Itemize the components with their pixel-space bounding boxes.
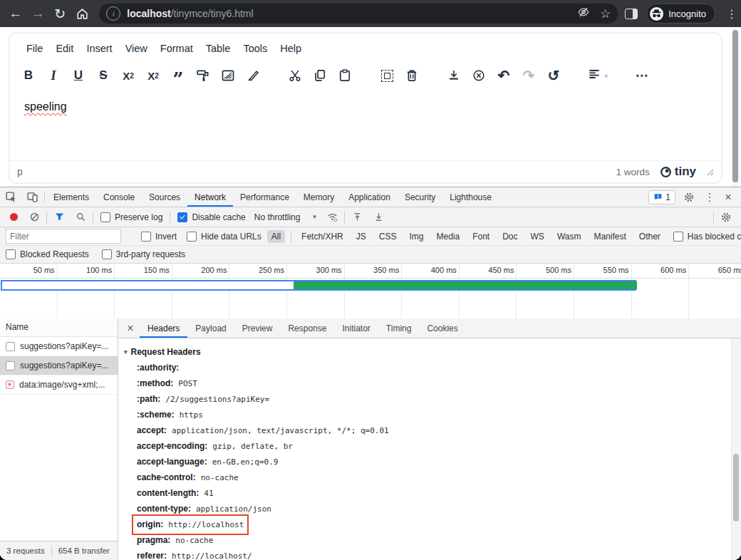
request-headers-section[interactable]: ▾ Request Headers <box>124 344 741 360</box>
filter-type-css[interactable]: CSS <box>375 230 401 243</box>
menu-file[interactable]: File <box>20 40 49 57</box>
trash-icon[interactable] <box>403 67 420 84</box>
url-text[interactable]: localhost/tinymce/tiny6.html <box>127 8 577 19</box>
menu-edit[interactable]: Edit <box>49 40 80 57</box>
redo-icon[interactable]: ↷ <box>520 67 537 84</box>
tab-performance[interactable]: Performance <box>233 188 296 207</box>
filter-type-media[interactable]: Media <box>432 230 464 243</box>
misspelled-word[interactable]: speeling <box>24 100 67 113</box>
paint-roller-icon[interactable] <box>195 67 212 84</box>
forward-icon[interactable]: → <box>26 4 48 24</box>
devtools-close-icon[interactable]: × <box>720 191 737 204</box>
blocked-requests-checkbox[interactable] <box>6 249 16 259</box>
headers-scrollbar[interactable] <box>731 338 741 560</box>
throttling-dropdown[interactable]: No throttling ▼ <box>254 212 318 222</box>
has-blocked-cookies-toggle[interactable]: Has blocked cookies <box>673 232 741 242</box>
import-har-icon[interactable] <box>346 208 368 227</box>
detail-tab-preview[interactable]: Preview <box>234 319 281 338</box>
copy-icon[interactable] <box>311 67 328 84</box>
network-search-icon[interactable] <box>70 208 91 227</box>
page-scrollbar[interactable] <box>732 30 739 209</box>
tab-security[interactable]: Security <box>398 188 442 207</box>
tab-application[interactable]: Application <box>341 188 398 207</box>
hide-data-urls-toggle[interactable]: Hide data URLs <box>187 232 261 242</box>
tab-sources[interactable]: Sources <box>142 188 187 207</box>
has-blocked-cookies-checkbox[interactable] <box>673 232 683 242</box>
menu-help[interactable]: Help <box>274 40 308 57</box>
site-info-icon[interactable]: i <box>106 6 120 21</box>
strikethrough-icon[interactable]: S <box>95 67 112 84</box>
menu-view[interactable]: View <box>119 40 154 57</box>
tab-console[interactable]: Console <box>96 188 142 207</box>
cancel-circle-icon[interactable] <box>470 67 487 84</box>
browser-menu-icon[interactable]: ⋮ <box>722 7 741 21</box>
detail-tab-headers[interactable]: Headers <box>140 319 187 338</box>
menu-table[interactable]: Table <box>200 40 237 57</box>
headers-scrollbar-thumb[interactable] <box>733 454 739 522</box>
italic-icon[interactable]: I <box>45 67 62 84</box>
filter-type-doc[interactable]: Doc <box>498 230 522 243</box>
filter-type-js[interactable]: JS <box>352 230 370 243</box>
filter-funnel-icon[interactable] <box>48 208 70 227</box>
filter-type-ws[interactable]: WS <box>527 230 549 243</box>
filter-input[interactable] <box>6 229 121 244</box>
hide-data-urls-checkbox[interactable] <box>187 232 197 242</box>
device-toolbar-icon[interactable] <box>21 188 43 207</box>
clear-icon[interactable] <box>24 208 45 227</box>
network-conditions-icon[interactable] <box>321 208 343 227</box>
bold-icon[interactable]: B <box>20 67 37 84</box>
superscript-icon[interactable]: X2 <box>145 67 162 84</box>
incognito-badge[interactable]: Incognito <box>646 4 715 24</box>
filter-type-other[interactable]: Other <box>635 230 665 243</box>
side-panel-icon[interactable] <box>625 9 638 19</box>
underline-icon[interactable]: U <box>70 67 87 84</box>
restore-draft-icon[interactable]: ↺ <box>545 67 562 84</box>
home-icon[interactable] <box>71 4 93 24</box>
network-overview[interactable]: 50 ms 100 ms 150 ms 200 ms 250 ms 300 ms… <box>0 264 741 321</box>
detail-tab-cookies[interactable]: Cookies <box>419 319 465 338</box>
element-path[interactable]: p <box>17 166 23 177</box>
editor-content[interactable]: speeling <box>10 90 721 165</box>
filter-type-wasm[interactable]: Wasm <box>553 230 586 243</box>
more-toolbar-icon[interactable]: ⋯ <box>633 67 651 84</box>
tiny-brand[interactable]: tiny <box>660 165 696 179</box>
back-icon[interactable]: ← <box>4 4 26 24</box>
resize-grip-icon[interactable] <box>706 168 714 176</box>
align-dropdown[interactable]: ∨ <box>587 67 608 84</box>
address-bar[interactable]: i localhost/tinymce/tiny6.html ☆ <box>99 4 618 24</box>
tab-network[interactable]: Network <box>187 188 233 207</box>
menu-format[interactable]: Format <box>154 40 200 57</box>
filter-type-all[interactable]: All <box>267 230 285 243</box>
cut-icon[interactable] <box>286 67 304 84</box>
preserve-log-toggle[interactable]: Preserve log <box>100 212 162 222</box>
disable-cache-checkbox[interactable] <box>177 212 187 222</box>
filter-type-fetchxhr[interactable]: Fetch/XHR <box>297 230 348 243</box>
marker-pen-icon[interactable] <box>244 67 261 84</box>
download-icon[interactable] <box>445 67 462 84</box>
name-column-header[interactable]: Name <box>0 318 118 337</box>
paste-icon[interactable] <box>336 67 353 84</box>
inspect-element-icon[interactable] <box>0 188 21 207</box>
disable-cache-toggle[interactable]: Disable cache <box>177 212 245 222</box>
filter-type-manifest[interactable]: Manifest <box>589 230 630 243</box>
third-party-checkbox[interactable] <box>102 249 112 259</box>
record-icon[interactable] <box>10 213 18 221</box>
tab-elements[interactable]: Elements <box>46 188 96 207</box>
menu-tools[interactable]: Tools <box>237 40 274 57</box>
subscript-icon[interactable]: X2 <box>120 67 137 84</box>
word-count[interactable]: 1 words <box>616 167 649 177</box>
request-row[interactable]: suggestions?apiKey=... <box>0 337 118 356</box>
invert-toggle[interactable]: Invert <box>141 232 177 242</box>
export-har-icon[interactable] <box>368 208 389 227</box>
blockquote-icon[interactable]: ” <box>170 63 187 88</box>
detail-tab-response[interactable]: Response <box>280 319 334 338</box>
invert-checkbox[interactable] <box>141 232 151 242</box>
third-party-toggle[interactable]: 3rd-party requests <box>102 249 185 259</box>
undo-icon[interactable]: ↶ <box>495 67 512 84</box>
picture-frame-icon[interactable] <box>219 67 237 84</box>
devtools-menu-icon[interactable]: ⋮ <box>703 191 717 204</box>
close-detail-icon[interactable]: × <box>121 322 140 335</box>
filter-type-font[interactable]: Font <box>468 230 494 243</box>
issues-badge[interactable]: 1 <box>648 190 675 204</box>
overview-selection[interactable] <box>1 280 636 291</box>
